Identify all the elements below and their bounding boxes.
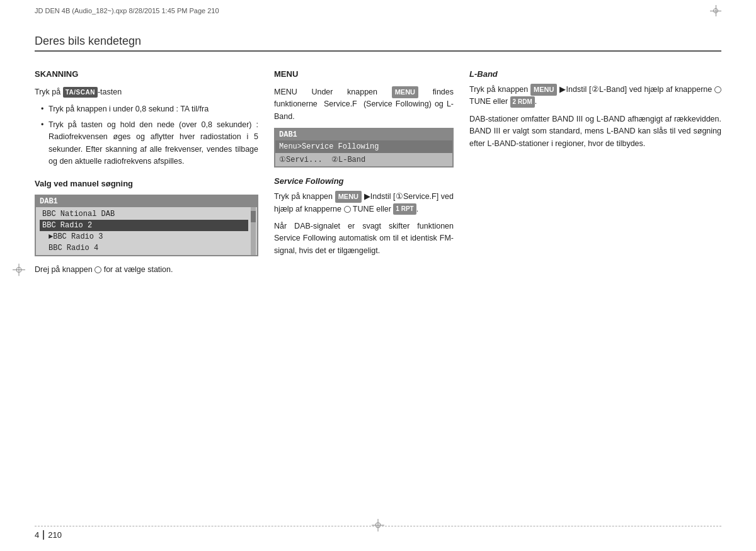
content-area: SKANNING Tryk på TA/SCAN-tasten Tryk på … — [35, 69, 721, 507]
dab-menu-header: DAB1 — [275, 129, 452, 140]
skanning-para1: Tryk på TA/SCAN-tasten — [35, 86, 258, 98]
lband-para1: Tryk på knappen MENU ▶Indstil [②L-Band] … — [469, 84, 721, 108]
menu-heading: MENU — [274, 69, 454, 79]
menu-para1: MENU Under knappen MENU findes funktione… — [274, 86, 454, 123]
crosshair-top-right — [710, 5, 721, 16]
tune-knob-icon — [94, 266, 101, 273]
lband-knob-icon — [714, 86, 721, 93]
dab-menu-row-normal: ①Servi... ②L-Band — [275, 153, 452, 166]
lband-heading: L-Band — [469, 69, 721, 79]
dab-menu-row-highlight: Menu>Service Following — [275, 140, 452, 153]
bullet-list: Tryk på knappen i under 0,8 sekund : TA … — [35, 103, 258, 168]
page-numbers: 4 210 — [35, 530, 62, 540]
sf-rpt-badge: 1 RPT — [393, 203, 416, 215]
service-following-heading: Service Following — [274, 176, 454, 186]
bullet-item-2: Tryk på tasten og hold den nede (over 0,… — [41, 119, 258, 168]
dab-display-left: DAB1 BBC National DAB BBC Radio 2 ►BBC R… — [35, 195, 258, 256]
dab-body-left: BBC National DAB BBC Radio 2 ►BBC Radio … — [36, 207, 257, 255]
sf-tune-knob — [344, 206, 351, 213]
dab-row-3: ►BBC Radio 3 — [40, 231, 248, 242]
tascan-badge: TA/SCAN — [63, 87, 98, 98]
crosshair-left — [13, 264, 25, 278]
knob-text: Drej på knappen for at vælge station. — [35, 264, 258, 276]
dab-row-2-highlight: BBC Radio 2 — [40, 220, 248, 231]
crosshair-circle — [713, 8, 718, 13]
middle-column: MENU MENU Under knappen MENU findes funk… — [274, 69, 469, 507]
page-title: Deres bils kendetegn — [35, 35, 721, 52]
scrollbar-thumb — [251, 211, 256, 222]
title-section: Deres bils kendetegn — [35, 35, 721, 52]
page-footer: 4 210 — [35, 526, 721, 540]
scrollbar — [251, 207, 256, 255]
right-column: L-Band Tryk på knappen MENU ▶Indstil [②L… — [469, 69, 721, 507]
manual-search-heading: Valg ved manuel søgning — [35, 179, 258, 188]
page-number: 210 — [48, 530, 62, 540]
menu-badge-1: MENU — [392, 86, 418, 98]
sf-para1: Tryk på knappen MENU ▶Indstil [①Service.… — [274, 191, 454, 215]
section-number: 4 — [35, 530, 44, 540]
page-header: JD DEN 4B (Audio_182~).qxp 8/28/2015 1:4… — [35, 5, 721, 16]
dab-row-1: BBC National DAB — [40, 208, 248, 220]
sf-menu-badge: MENU — [335, 191, 362, 203]
bullet-item-1: Tryk på knappen i under 0,8 sekund : TA … — [41, 103, 258, 115]
dab-row-4: BBC Radio 4 — [40, 242, 248, 254]
lband-menu-badge: MENU — [530, 84, 557, 96]
sf-para2: Når DAB-signalet er svagt skifter funkti… — [274, 220, 454, 257]
dab-header-left: DAB1 — [36, 196, 257, 207]
left-column: SKANNING Tryk på TA/SCAN-tasten Tryk på … — [35, 69, 274, 507]
lband-para2: DAB-stationer omfatter BAND III og L-BAN… — [469, 113, 721, 150]
lband-rdm-badge: 2 RDM — [510, 96, 535, 108]
print-info: JD DEN 4B (Audio_182~).qxp 8/28/2015 1:4… — [35, 7, 219, 14]
dab-display-menu: DAB1 Menu>Service Following ①Servi... ②L… — [274, 128, 454, 168]
skanning-heading: SKANNING — [35, 69, 258, 79]
